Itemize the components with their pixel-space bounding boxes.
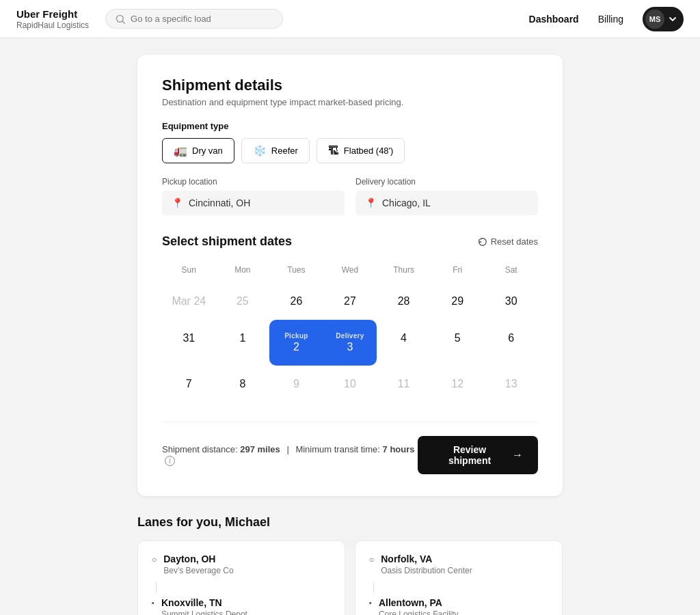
user-menu[interactable]: MS <box>643 7 684 31</box>
cal-day-2-1[interactable]: 8 <box>216 366 270 402</box>
cal-day-1-1[interactable]: 1 <box>216 320 270 366</box>
pickup-field: Pickup location 📍 Cincinnati, OH <box>162 177 345 215</box>
review-shipment-button[interactable]: Review shipment → <box>418 436 538 474</box>
separator: | <box>286 444 288 454</box>
cal-day-number: 4 <box>401 332 407 344</box>
cal-day-event-label: Pickup <box>269 332 323 340</box>
lane-origin: ○ Norfolk, VA Oasis Distribution Center <box>369 554 548 575</box>
distance-label: Shipment distance: <box>162 444 238 454</box>
nav-dashboard[interactable]: Dashboard <box>529 14 579 25</box>
nav-billing[interactable]: Billing <box>598 14 623 25</box>
dow-4: Thurs <box>377 262 431 277</box>
dest-company: Summit Logistics Depot <box>161 610 247 615</box>
cal-day-event-label: Delivery <box>323 332 377 340</box>
svg-line-1 <box>122 21 124 23</box>
cal-day-2-5[interactable]: 12 <box>431 366 485 402</box>
cal-day-number: 30 <box>505 295 517 307</box>
page-body: Shipment details Destination and equipme… <box>0 38 700 615</box>
cal-day-number: 31 <box>183 332 195 344</box>
cal-day-1-5[interactable]: 5 <box>431 320 485 366</box>
dow-2: Tues <box>269 262 323 277</box>
cal-day-2-0[interactable]: 7 <box>162 366 216 402</box>
cal-day-0-2[interactable]: 26 <box>269 283 323 320</box>
dest-icon: ▪ <box>369 599 372 607</box>
dow-1: Mon <box>216 262 270 277</box>
cal-day-2-2[interactable]: 9 <box>269 366 323 402</box>
transit-label: Minimum transit time: <box>295 444 380 454</box>
cal-day-0-0[interactable]: Mar 24 <box>162 283 216 320</box>
dow-6: Sat <box>484 262 538 277</box>
pickup-input[interactable]: 📍 Cincinnati, OH <box>162 191 345 215</box>
cal-day-2-6[interactable]: 13 <box>484 366 538 402</box>
cal-day-0-4[interactable]: 28 <box>377 283 431 320</box>
brand-sub: RapidHaul Logistics <box>16 20 89 30</box>
distance-info: Shipment distance: 297 miles | Minimum t… <box>162 444 418 465</box>
origin-company: Oasis Distribution Center <box>381 566 472 575</box>
origin-city: Dayton, OH <box>163 554 233 564</box>
lane-card[interactable]: ○ Dayton, OH Bev's Beverage Co ▪ Knoxvil… <box>137 541 345 615</box>
delivery-input[interactable]: 📍 Chicago, IL <box>355 191 538 215</box>
brand: Uber Freight RapidHaul Logistics <box>16 8 89 30</box>
equipment-options: 🚛 Dry van ❄️ Reefer 🏗 Flatbed (48') <box>162 138 538 163</box>
equip-dry-van[interactable]: 🚛 Dry van <box>162 138 234 163</box>
reset-dates-button[interactable]: Reset dates <box>478 236 538 247</box>
cal-day-number: 25 <box>237 295 249 307</box>
cal-day-number: 12 <box>451 378 463 390</box>
transit-info-icon[interactable]: i <box>165 456 175 466</box>
pickup-pin-icon: 📍 <box>172 197 183 208</box>
calendar-week-0: Mar 24252627282930 <box>162 283 538 320</box>
dow-3: Wed <box>323 262 377 277</box>
search-input[interactable] <box>131 14 273 24</box>
dest-company: Core Logistics Facility <box>379 610 459 615</box>
cal-day-number: 6 <box>508 332 514 344</box>
pickup-value: Cincinnati, OH <box>189 197 250 208</box>
shipment-title: Shipment details <box>162 77 538 94</box>
dest-city: Knoxville, TN <box>161 597 247 608</box>
chevron-down-icon <box>669 15 677 23</box>
equip-flatbed[interactable]: 🏗 Flatbed (48') <box>317 138 405 163</box>
dest-icon: ▪ <box>152 599 154 607</box>
distance-value: 297 miles <box>240 444 280 454</box>
lanes-section: Lanes for you, Michael ○ Dayton, OH Bev'… <box>137 515 563 615</box>
cal-day-0-3[interactable]: 27 <box>323 283 377 320</box>
lane-card[interactable]: ○ Norfolk, VA Oasis Distribution Center … <box>355 541 563 615</box>
cal-day-number: 27 <box>344 295 356 307</box>
cal-day-1-0[interactable]: 31 <box>162 320 216 366</box>
location-row: Pickup location 📍 Cincinnati, OH Deliver… <box>162 177 538 215</box>
reset-dates-label: Reset dates <box>491 236 538 247</box>
origin-company: Bev's Beverage Co <box>163 566 233 575</box>
dest-city: Allentown, PA <box>379 597 459 608</box>
lanes-grid: ○ Dayton, OH Bev's Beverage Co ▪ Knoxvil… <box>137 541 563 615</box>
flatbed-icon: 🏗 <box>328 145 339 157</box>
cal-day-number: 26 <box>291 295 303 307</box>
cal-day-number: 10 <box>344 378 356 390</box>
calendar-weeks: Mar 24252627282930311Pickup2Delivery3456… <box>162 283 538 402</box>
calendar-dow-row: Sun Mon Tues Wed Thurs Fri Sat <box>162 262 538 277</box>
cal-day-0-1[interactable]: 25 <box>216 283 270 320</box>
cal-day-2-4[interactable]: 11 <box>377 366 431 402</box>
origin-icon: ○ <box>369 555 374 564</box>
cal-day-1-6[interactable]: 6 <box>484 320 538 366</box>
calendar-week-2: 78910111213 <box>162 366 538 402</box>
calendar-week-1: 311Pickup2Delivery3456 <box>162 320 538 366</box>
cal-day-0-6[interactable]: 30 <box>484 283 538 320</box>
shipment-subtitle: Destination and equipment type impact ma… <box>162 97 538 107</box>
cal-day-1-4[interactable]: 4 <box>377 320 431 366</box>
delivery-field: Delivery location 📍 Chicago, IL <box>355 177 538 215</box>
shipment-card: Shipment details Destination and equipme… <box>137 55 563 496</box>
cal-day-1-2[interactable]: Pickup2 <box>269 320 323 366</box>
arrow-right-icon: → <box>512 449 523 461</box>
search-icon <box>116 14 125 24</box>
pickup-label: Pickup location <box>162 177 345 187</box>
brand-name: Uber Freight <box>16 8 89 20</box>
cal-day-1-3[interactable]: Delivery3 <box>323 320 377 366</box>
search-bar[interactable] <box>105 9 283 29</box>
equip-reefer[interactable]: ❄️ Reefer <box>241 138 310 163</box>
equip-dry-van-label: Dry van <box>192 146 223 156</box>
lane-divider <box>156 582 157 593</box>
cal-day-0-5[interactable]: 29 <box>431 283 485 320</box>
cal-day-2-3[interactable]: 10 <box>323 366 377 402</box>
equipment-label: Equipment type <box>162 121 538 131</box>
cal-day-number: 29 <box>451 295 463 307</box>
origin-city: Norfolk, VA <box>381 554 472 564</box>
